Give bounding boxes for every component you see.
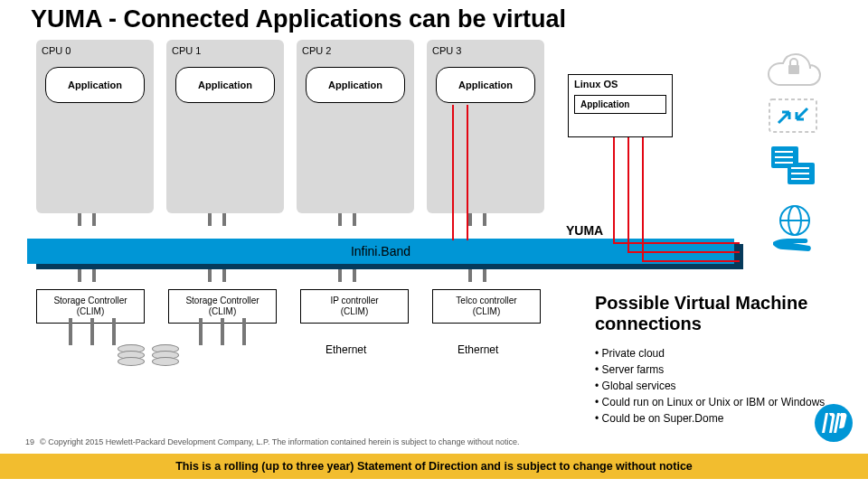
cpu-2-label: CPU 2 [302, 45, 409, 56]
controller-1-line1: Storage Controller [171, 296, 274, 306]
cpu-0: CPU 0 Application [36, 40, 154, 213]
controller-3: Telco controller (CLIM) [432, 289, 541, 324]
storage-1-legs [199, 318, 246, 345]
cpu-3-legs [468, 213, 486, 226]
svg-rect-1 [769, 99, 816, 132]
interconnect-bus: Infini.Band [27, 239, 743, 275]
red-connector-2 [627, 137, 629, 253]
ethernet-label-2: Ethernet [458, 343, 498, 356]
bullet-3: • Could run on Linux or Unix or IBM or W… [595, 394, 825, 410]
bullet-4: • Could be on Super.Dome [595, 410, 825, 427]
disclaimer-banner: This is a rolling (up to three year) Sta… [0, 454, 868, 479]
page-number: 19 [25, 437, 34, 446]
controller-3-line1: Telco controller [435, 296, 538, 306]
hp-logo-icon [814, 403, 854, 446]
cloud-lock-icon [761, 47, 825, 89]
controller-0-line1: Storage Controller [39, 296, 142, 306]
cpu-3: CPU 3 Application [427, 40, 544, 213]
ctrl-3-legs [468, 269, 486, 282]
controller-0-line2: (CLIM) [39, 306, 142, 317]
red-connector-h2 [627, 251, 740, 253]
svg-point-13 [815, 404, 853, 442]
disk-stack-1 [118, 347, 145, 366]
slide-title: YUMA - Connected Applications can be vir… [31, 5, 566, 33]
svg-rect-0 [788, 65, 799, 74]
cpu-0-legs [78, 213, 96, 226]
linux-app-label: Application [574, 95, 666, 114]
cloud-icon-column [734, 47, 852, 255]
cpu-2-legs [338, 213, 356, 226]
cpu-2: CPU 2 Application [297, 40, 414, 213]
red-connector-h3 [642, 260, 740, 262]
red-connector-1 [613, 137, 615, 244]
pvm-heading: Possible Virtual Machine connections [595, 293, 868, 334]
red-arrow-cpu3-b [467, 105, 468, 240]
ethernet-label-1: Ethernet [326, 343, 366, 356]
copyright-text: © Copyright 2015 Hewlett-Packard Develop… [40, 437, 519, 446]
cpu-3-app: Application [436, 67, 535, 103]
server-stack-icon [766, 143, 820, 193]
cpu-0-label: CPU 0 [42, 45, 148, 56]
cpu-1-app: Application [175, 67, 275, 103]
cpu-0-app: Application [45, 67, 145, 103]
cpu-1-label: CPU 1 [172, 45, 278, 56]
bullet-0: • Private cloud [595, 345, 825, 361]
ctrl-0-legs [78, 269, 96, 282]
linux-os-box: Linux OS Application [568, 74, 673, 137]
controller-3-line2: (CLIM) [435, 306, 538, 317]
arrow-expand-icon [768, 98, 818, 134]
bullet-1: • Server farms [595, 361, 825, 378]
pvm-bullet-list: • Private cloud • Server farms • Global … [595, 345, 825, 427]
cpu-1: CPU 1 Application [166, 40, 284, 213]
yuma-label: YUMA [566, 223, 603, 238]
ctrl-1-legs [208, 269, 226, 282]
ctrl-2-legs [338, 269, 356, 282]
storage-0-legs [69, 318, 116, 345]
controller-1-line2: (CLIM) [171, 306, 274, 317]
linux-os-label: Linux OS [569, 75, 672, 93]
controller-2: IP controller (CLIM) [300, 289, 409, 324]
controller-2-line1: IP controller [303, 296, 406, 306]
cpu-1-legs [208, 213, 226, 226]
disk-stack-2 [152, 347, 179, 366]
cpu-2-app: Application [306, 67, 405, 103]
cpu-3-label: CPU 3 [432, 45, 539, 56]
bullet-2: • Global services [595, 378, 825, 394]
globe-hand-icon [764, 202, 822, 255]
red-arrow-cpu3-a [452, 105, 454, 240]
controller-2-line2: (CLIM) [303, 306, 406, 317]
red-connector-h1 [613, 242, 740, 244]
